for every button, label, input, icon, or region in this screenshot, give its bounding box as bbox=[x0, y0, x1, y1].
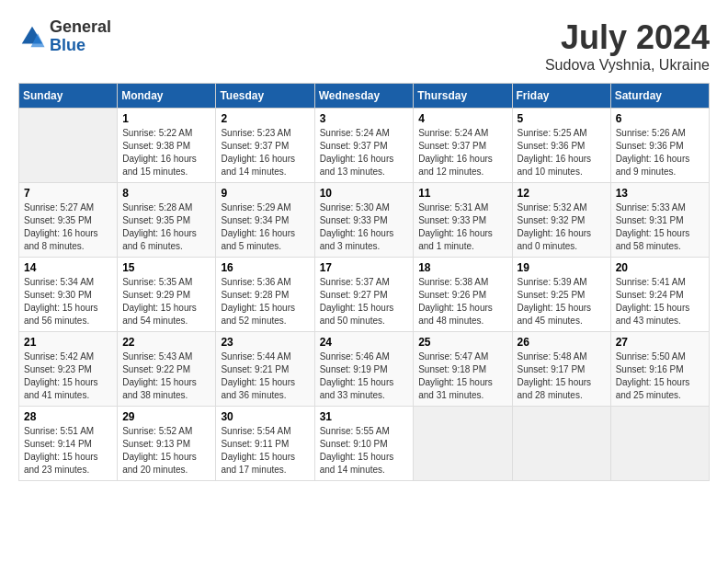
day-number: 6 bbox=[616, 112, 704, 125]
day-number: 30 bbox=[221, 410, 309, 423]
calendar-cell: 25Sunrise: 5:47 AMSunset: 9:18 PMDayligh… bbox=[414, 332, 512, 407]
day-number: 24 bbox=[320, 336, 409, 349]
calendar-cell: 13Sunrise: 5:33 AMSunset: 9:31 PMDayligh… bbox=[610, 183, 709, 258]
day-number: 10 bbox=[320, 187, 409, 200]
day-info: Sunrise: 5:35 AMSunset: 9:29 PMDaylight:… bbox=[122, 276, 210, 327]
calendar-cell: 29Sunrise: 5:52 AMSunset: 9:13 PMDayligh… bbox=[118, 407, 216, 481]
day-info: Sunrise: 5:27 AMSunset: 9:35 PMDaylight:… bbox=[24, 201, 112, 253]
calendar-cell: 31Sunrise: 5:55 AMSunset: 9:10 PMDayligh… bbox=[314, 407, 414, 481]
calendar-cell: 22Sunrise: 5:43 AMSunset: 9:22 PMDayligh… bbox=[118, 332, 216, 407]
calendar-cell: 1Sunrise: 5:22 AMSunset: 9:38 PMDaylight… bbox=[118, 109, 216, 183]
logo-text: General Blue bbox=[50, 18, 111, 55]
day-info: Sunrise: 5:42 AMSunset: 9:23 PMDaylight:… bbox=[24, 350, 112, 402]
header-sunday: Sunday bbox=[19, 84, 118, 109]
calendar-cell: 21Sunrise: 5:42 AMSunset: 9:23 PMDayligh… bbox=[19, 332, 118, 407]
day-number: 14 bbox=[24, 261, 112, 274]
header-row: SundayMondayTuesdayWednesdayThursdayFrid… bbox=[19, 84, 710, 109]
day-info: Sunrise: 5:23 AMSunset: 9:37 PMDaylight:… bbox=[221, 127, 309, 178]
day-info: Sunrise: 5:37 AMSunset: 9:27 PMDaylight:… bbox=[320, 276, 409, 327]
day-number: 29 bbox=[122, 410, 210, 423]
day-number: 11 bbox=[418, 187, 506, 200]
week-row-1: 1Sunrise: 5:22 AMSunset: 9:38 PMDaylight… bbox=[19, 109, 710, 183]
day-info: Sunrise: 5:32 AMSunset: 9:32 PMDaylight:… bbox=[518, 201, 606, 253]
day-number: 25 bbox=[418, 336, 506, 349]
calendar-cell bbox=[610, 407, 709, 481]
day-number: 9 bbox=[221, 187, 309, 200]
calendar-cell: 23Sunrise: 5:44 AMSunset: 9:21 PMDayligh… bbox=[216, 332, 314, 407]
day-number: 2 bbox=[221, 112, 309, 125]
header-saturday: Saturday bbox=[610, 84, 709, 109]
calendar-cell bbox=[512, 407, 610, 481]
logo-icon bbox=[18, 23, 46, 51]
day-info: Sunrise: 5:54 AMSunset: 9:11 PMDaylight:… bbox=[221, 425, 309, 477]
title-section: July 2024 Sudova Vyshnia, Ukraine bbox=[545, 18, 710, 74]
calendar-cell: 11Sunrise: 5:31 AMSunset: 9:33 PMDayligh… bbox=[414, 183, 512, 258]
logo: General Blue bbox=[18, 18, 111, 55]
day-number: 26 bbox=[518, 336, 606, 349]
calendar-cell: 19Sunrise: 5:39 AMSunset: 9:25 PMDayligh… bbox=[512, 258, 610, 332]
calendar-cell: 27Sunrise: 5:50 AMSunset: 9:16 PMDayligh… bbox=[610, 332, 709, 407]
day-info: Sunrise: 5:44 AMSunset: 9:21 PMDaylight:… bbox=[221, 350, 309, 402]
week-row-4: 21Sunrise: 5:42 AMSunset: 9:23 PMDayligh… bbox=[19, 332, 710, 407]
calendar-cell: 24Sunrise: 5:46 AMSunset: 9:19 PMDayligh… bbox=[314, 332, 414, 407]
location: Sudova Vyshnia, Ukraine bbox=[545, 57, 710, 74]
day-info: Sunrise: 5:55 AMSunset: 9:10 PMDaylight:… bbox=[320, 425, 409, 477]
header-wednesday: Wednesday bbox=[314, 84, 414, 109]
day-info: Sunrise: 5:25 AMSunset: 9:36 PMDaylight:… bbox=[518, 127, 606, 178]
calendar-cell: 28Sunrise: 5:51 AMSunset: 9:14 PMDayligh… bbox=[19, 407, 118, 481]
logo-general: General bbox=[50, 18, 111, 37]
day-number: 4 bbox=[418, 112, 506, 125]
day-info: Sunrise: 5:52 AMSunset: 9:13 PMDaylight:… bbox=[122, 425, 210, 477]
day-info: Sunrise: 5:47 AMSunset: 9:18 PMDaylight:… bbox=[418, 350, 506, 402]
day-info: Sunrise: 5:39 AMSunset: 9:25 PMDaylight:… bbox=[518, 276, 606, 327]
week-row-3: 14Sunrise: 5:34 AMSunset: 9:30 PMDayligh… bbox=[19, 258, 710, 332]
header-thursday: Thursday bbox=[414, 84, 512, 109]
day-info: Sunrise: 5:46 AMSunset: 9:19 PMDaylight:… bbox=[320, 350, 409, 402]
day-info: Sunrise: 5:22 AMSunset: 9:38 PMDaylight:… bbox=[122, 127, 210, 178]
calendar-cell: 26Sunrise: 5:48 AMSunset: 9:17 PMDayligh… bbox=[512, 332, 610, 407]
header-tuesday: Tuesday bbox=[216, 84, 314, 109]
calendar-table: SundayMondayTuesdayWednesdayThursdayFrid… bbox=[18, 83, 710, 481]
day-number: 20 bbox=[616, 261, 704, 274]
day-number: 7 bbox=[24, 187, 112, 200]
calendar-cell: 20Sunrise: 5:41 AMSunset: 9:24 PMDayligh… bbox=[610, 258, 709, 332]
day-info: Sunrise: 5:50 AMSunset: 9:16 PMDaylight:… bbox=[616, 350, 704, 402]
day-info: Sunrise: 5:30 AMSunset: 9:33 PMDaylight:… bbox=[320, 201, 409, 253]
day-number: 19 bbox=[518, 261, 606, 274]
calendar-cell: 8Sunrise: 5:28 AMSunset: 9:35 PMDaylight… bbox=[118, 183, 216, 258]
day-number: 23 bbox=[221, 336, 309, 349]
day-info: Sunrise: 5:36 AMSunset: 9:28 PMDaylight:… bbox=[221, 276, 309, 327]
calendar-cell: 9Sunrise: 5:29 AMSunset: 9:34 PMDaylight… bbox=[216, 183, 314, 258]
day-number: 18 bbox=[418, 261, 506, 274]
day-number: 5 bbox=[518, 112, 606, 125]
header-monday: Monday bbox=[118, 84, 216, 109]
month-title: July 2024 bbox=[545, 18, 710, 57]
day-number: 16 bbox=[221, 261, 309, 274]
day-number: 17 bbox=[320, 261, 409, 274]
calendar-cell: 10Sunrise: 5:30 AMSunset: 9:33 PMDayligh… bbox=[314, 183, 414, 258]
day-number: 28 bbox=[24, 410, 112, 423]
calendar-cell: 16Sunrise: 5:36 AMSunset: 9:28 PMDayligh… bbox=[216, 258, 314, 332]
header-friday: Friday bbox=[512, 84, 610, 109]
day-info: Sunrise: 5:31 AMSunset: 9:33 PMDaylight:… bbox=[418, 201, 506, 253]
day-info: Sunrise: 5:38 AMSunset: 9:26 PMDaylight:… bbox=[418, 276, 506, 327]
calendar-cell: 6Sunrise: 5:26 AMSunset: 9:36 PMDaylight… bbox=[610, 109, 709, 183]
day-number: 8 bbox=[122, 187, 210, 200]
calendar-cell: 2Sunrise: 5:23 AMSunset: 9:37 PMDaylight… bbox=[216, 109, 314, 183]
page-header: General Blue July 2024 Sudova Vyshnia, U… bbox=[18, 18, 710, 74]
calendar-cell bbox=[19, 109, 118, 183]
day-info: Sunrise: 5:41 AMSunset: 9:24 PMDaylight:… bbox=[616, 276, 704, 327]
day-number: 31 bbox=[320, 410, 409, 423]
calendar-cell: 17Sunrise: 5:37 AMSunset: 9:27 PMDayligh… bbox=[314, 258, 414, 332]
day-number: 13 bbox=[616, 187, 704, 200]
day-info: Sunrise: 5:51 AMSunset: 9:14 PMDaylight:… bbox=[24, 425, 112, 477]
day-number: 3 bbox=[320, 112, 409, 125]
calendar-cell: 18Sunrise: 5:38 AMSunset: 9:26 PMDayligh… bbox=[414, 258, 512, 332]
week-row-2: 7Sunrise: 5:27 AMSunset: 9:35 PMDaylight… bbox=[19, 183, 710, 258]
day-info: Sunrise: 5:29 AMSunset: 9:34 PMDaylight:… bbox=[221, 201, 309, 253]
day-number: 21 bbox=[24, 336, 112, 349]
day-number: 12 bbox=[518, 187, 606, 200]
day-info: Sunrise: 5:43 AMSunset: 9:22 PMDaylight:… bbox=[122, 350, 210, 402]
calendar-cell: 15Sunrise: 5:35 AMSunset: 9:29 PMDayligh… bbox=[118, 258, 216, 332]
day-info: Sunrise: 5:28 AMSunset: 9:35 PMDaylight:… bbox=[122, 201, 210, 253]
